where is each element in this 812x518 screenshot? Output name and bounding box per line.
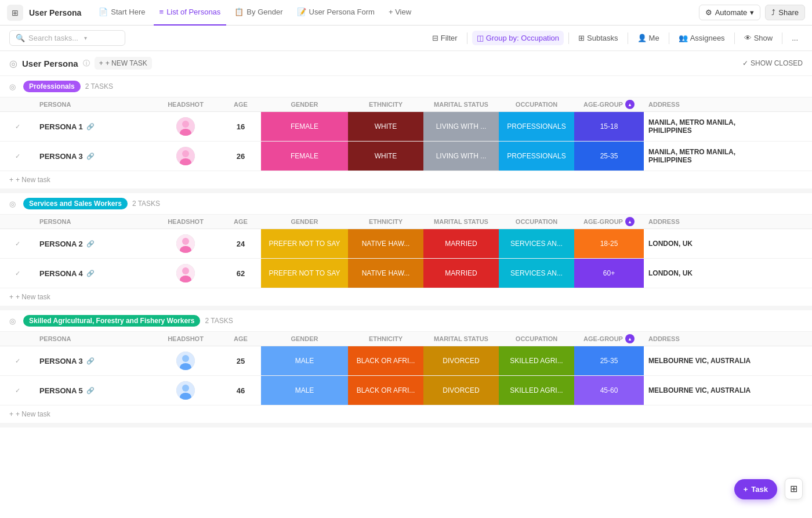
table-row: ✓ Persona 3 🔗 26 Female White Living wit… (0, 142, 812, 171)
tab-list-label: List of Personas (166, 8, 220, 16)
row-marital: Living with ... (423, 142, 499, 171)
filter-button[interactable]: ⊟ Filter (427, 31, 462, 45)
assignees-icon: 👥 (679, 34, 688, 42)
tab-list-of-personas[interactable]: ≡ List of Personas (154, 0, 227, 26)
col-occupation-header: OCCUPATION (499, 335, 574, 342)
link-icon[interactable]: 🔗 (86, 123, 95, 131)
col-name-header: Persona (35, 218, 151, 225)
persona-name[interactable]: Persona 3 (39, 357, 83, 365)
row-age-group: 18-25 (574, 229, 644, 258)
check-icon: ✓ (15, 387, 20, 394)
link-icon[interactable]: 🔗 (86, 387, 95, 394)
automate-icon: ⚙ (705, 8, 712, 17)
persona-name[interactable]: Persona 3 (39, 152, 83, 161)
toolbar-divider-5 (734, 32, 735, 44)
search-placeholder: Search tasks... (28, 34, 78, 42)
row-check[interactable]: ✓ (0, 270, 35, 277)
col-occupation-header: OCCUPATION (499, 218, 574, 225)
col-headshot-header: HEADSHOT (151, 218, 220, 225)
share-icon: ⤴ (771, 8, 775, 17)
toolbar-divider-6 (782, 32, 782, 44)
row-address: London, UK (644, 240, 771, 248)
tab-add-view[interactable]: + View (383, 0, 417, 26)
col-ethnicity-header: ETHNICITY (348, 218, 423, 225)
row-name-cell: Persona 2 🔗 (35, 240, 151, 248)
tab-form-icon: 📝 (297, 8, 306, 16)
row-headshot (151, 117, 220, 136)
group-toggle-icon[interactable]: ◎ (9, 82, 19, 91)
link-icon[interactable]: 🔗 (86, 153, 95, 160)
col-age-header: AGE (220, 218, 261, 225)
persona-name[interactable]: Persona 5 (39, 386, 83, 395)
automate-button[interactable]: ⚙ Automate ▾ (699, 5, 761, 20)
new-task-label: + New task (16, 293, 50, 301)
row-check[interactable]: ✓ (0, 357, 35, 365)
app-title: User Persona (29, 8, 81, 17)
col-marital-header: MARITAL STATUS (423, 335, 499, 342)
col-marital-header: MARITAL STATUS (423, 101, 499, 108)
group-badge: Services and Sales Workers (23, 198, 128, 209)
persona-name[interactable]: Persona 4 (39, 269, 83, 278)
more-button[interactable]: ... (787, 31, 803, 45)
row-occupation: Services an... (499, 259, 574, 288)
link-icon[interactable]: 🔗 (86, 270, 95, 277)
new-task-button[interactable]: + + NEW TASK (95, 57, 152, 70)
tab-by-gender[interactable]: 📋 By Gender (229, 0, 288, 26)
share-button[interactable]: ⤴ Share (765, 5, 805, 20)
row-gender: Female (261, 142, 348, 171)
row-headshot (151, 147, 220, 165)
row-address: Manila, Metro Manila, Philippines (644, 148, 771, 164)
col-ethnicity-header: ETHNICITY (348, 101, 423, 108)
row-check[interactable]: ✓ (0, 240, 35, 248)
persona-name[interactable]: Persona 2 (39, 240, 83, 248)
row-address: London, UK (644, 269, 771, 277)
row-check[interactable]: ✓ (0, 387, 35, 394)
group-task-count: 2 TASKS (205, 317, 233, 325)
table-row: ✓ Persona 3 🔗 25 Male Black or Afri... D… (0, 346, 812, 376)
group-professionals: ◎ Professionals 2 TASKS Persona HEADSHOT… (0, 76, 812, 193)
row-headshot (151, 264, 220, 282)
row-gender: Male (261, 346, 348, 375)
new-task-row[interactable]: ++ New task (0, 288, 812, 306)
row-gender: Prefer not to say (261, 229, 348, 258)
sort-icon: ▲ (625, 334, 635, 343)
row-occupation: Skilled Agri... (499, 346, 574, 375)
col-age-group-header: AGE-GROUP ▲ (574, 100, 644, 109)
row-age-group: 60+ (574, 259, 644, 288)
me-button[interactable]: 👤 Me (633, 31, 664, 45)
tab-by-gender-icon: 📋 (234, 8, 244, 16)
avatar (176, 381, 195, 400)
show-closed-button[interactable]: ✓ SHOW CLOSED (742, 59, 803, 67)
page-header: ◎ User Persona ⓘ + + NEW TASK ✓ SHOW CLO… (0, 51, 812, 76)
col-address-header: ADDRESS (644, 101, 771, 108)
row-gender: Female (261, 112, 348, 141)
row-check[interactable]: ✓ (0, 123, 35, 131)
persona-name[interactable]: Persona 1 (39, 122, 83, 131)
col-headshot-header: HEADSHOT (151, 335, 220, 342)
link-icon[interactable]: 🔗 (86, 357, 95, 365)
nav-actions: ⚙ Automate ▾ ⤴ Share (699, 5, 805, 20)
group-toggle-icon[interactable]: ◎ (9, 317, 19, 325)
new-task-row[interactable]: ++ New task (0, 405, 812, 423)
group-by-button[interactable]: ◫ Group by: Occupation (472, 31, 564, 45)
svg-point-13 (182, 355, 189, 362)
show-button[interactable]: 👁 Show (740, 31, 778, 45)
group-toggle-icon[interactable]: ◎ (9, 200, 19, 208)
link-icon[interactable]: 🔗 (86, 240, 95, 248)
assignees-button[interactable]: 👥 Assignees (674, 31, 730, 45)
row-check[interactable]: ✓ (0, 153, 35, 160)
tab-start-here[interactable]: 📄 Start Here (93, 0, 151, 26)
new-task-row[interactable]: ++ New task (0, 171, 812, 189)
subtasks-button[interactable]: ⊞ Subtasks (574, 31, 622, 45)
search-chevron-icon: ▾ (84, 35, 87, 41)
row-age: 16 (220, 122, 261, 131)
row-address: Melbourne VIC, Australia (644, 357, 771, 365)
page-info-icon[interactable]: ⓘ (83, 59, 90, 68)
col-occupation-header: OCCUPATION (499, 101, 574, 108)
tab-user-persona-form[interactable]: 📝 User Persona Form (291, 0, 380, 26)
row-marital: Divorced (423, 346, 499, 375)
plus-icon: + (9, 176, 13, 184)
search-box[interactable]: 🔍 Search tasks... ▾ (9, 30, 125, 46)
plus-icon: + (99, 59, 103, 67)
page-toggle-icon[interactable]: ◎ (9, 58, 17, 69)
